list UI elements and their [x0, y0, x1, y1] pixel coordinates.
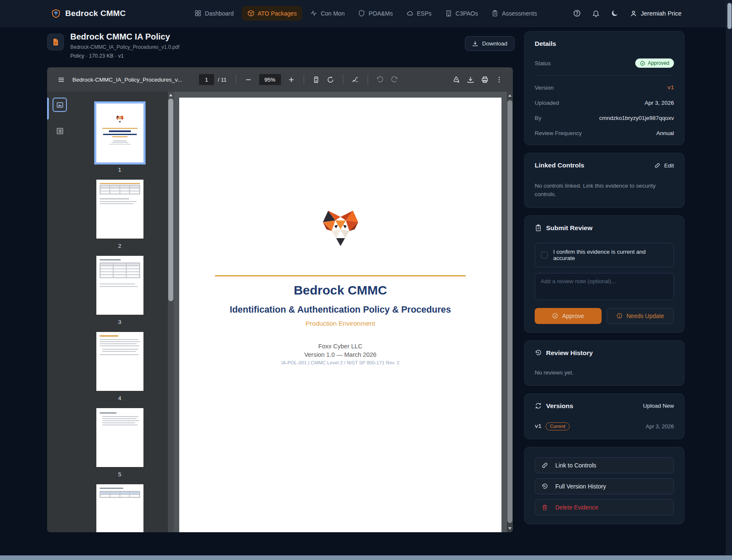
link-to-controls-button[interactable]: Link to Controls: [535, 457, 674, 473]
review-note-input[interactable]: [535, 273, 674, 300]
fox-logo: [318, 205, 363, 255]
page-header-text: Bedrock CMMC IA Policy Bedrock-CMMC_IA_P…: [70, 32, 179, 59]
versions-title: Versions: [546, 402, 573, 410]
page-vertical-scrollbar[interactable]: [726, 0, 732, 555]
download-file-icon[interactable]: [463, 72, 477, 87]
full-version-history-button[interactable]: Full Version History: [535, 478, 674, 494]
version-row[interactable]: v1 Current Apr 3, 2026: [535, 422, 674, 430]
approve-button[interactable]: Approve: [535, 308, 602, 324]
review-history-card: Review History No reviews yet.: [524, 340, 684, 386]
toolbar-divider: [304, 74, 304, 85]
brand[interactable]: Bedrock CMMC: [51, 8, 126, 19]
nav-item-dashboard[interactable]: Dashboard: [189, 6, 239, 21]
page-thumbnail-1[interactable]: 1: [96, 104, 143, 173]
thumbnail-page-number: 1: [118, 167, 122, 173]
needs-update-label: Needs Update: [626, 313, 664, 319]
download-label: Download: [482, 40, 507, 47]
bell-icon[interactable]: [592, 9, 600, 17]
doc-company: Foxx Cyber LLC: [318, 343, 363, 350]
page-thumbnail-6[interactable]: [96, 484, 143, 532]
pdf-viewer: Bedrock-CMMC_IA_Policy_Procedures_v... 1…: [47, 67, 513, 532]
linked-controls-title: Linked Controls: [535, 162, 584, 169]
page-filename: Bedrock-CMMC_IA_Policy_Procedures_v1.0.p…: [70, 44, 179, 50]
page-thumbnail-3[interactable]: 3: [96, 256, 143, 325]
zoom-in-icon[interactable]: [284, 72, 299, 87]
edit-linked-controls-button[interactable]: Edit: [654, 162, 674, 169]
nav-item-assessments[interactable]: Assessments: [486, 6, 542, 21]
action-label: Full Version History: [555, 483, 606, 490]
needs-update-button[interactable]: Needs Update: [607, 308, 674, 324]
fit-page-icon[interactable]: [309, 72, 324, 87]
nav-item-ato-packages[interactable]: ATO Packages: [242, 6, 302, 21]
pdf-toolbar-title: Bedrock-CMMC_IA_Policy_Procedures_v...: [72, 77, 182, 83]
confirm-row[interactable]: I confirm this evidence is current and a…: [535, 243, 674, 267]
toolbar-divider: [368, 74, 368, 85]
document-scrollbar[interactable]: [507, 92, 513, 532]
nav-item-esps[interactable]: ESPs: [401, 6, 437, 21]
nav-item-con-mon[interactable]: Con Mon: [305, 6, 350, 21]
link-icon: [541, 462, 548, 469]
page-thumbnail-2[interactable]: 2: [96, 180, 143, 249]
annotate-pen-icon[interactable]: [348, 72, 363, 87]
clipboard-check-icon: [535, 224, 542, 231]
page-thumbnail-5[interactable]: 5: [96, 408, 143, 478]
confirm-checkbox[interactable]: [541, 252, 548, 258]
current-badge: Current: [546, 422, 570, 430]
nav-right: Jeremiah Price: [573, 9, 682, 17]
linked-controls-empty-text: No controls linked. Link this evidence t…: [535, 182, 674, 199]
zoom-out-icon[interactable]: [241, 72, 256, 87]
upload-new-button[interactable]: Upload New: [643, 403, 674, 409]
thumbnail-page-number: 5: [118, 471, 122, 478]
page-number-input[interactable]: 1: [199, 74, 214, 85]
rotate-icon[interactable]: [324, 72, 338, 87]
dark-mode-moon-icon[interactable]: [611, 9, 619, 17]
doc-title: Bedrock CMMC: [294, 283, 387, 297]
linked-controls-card: Linked Controls Edit No controls linked.…: [524, 153, 684, 208]
version-name: v1: [535, 423, 541, 430]
doc-environment: Production Environment: [305, 320, 375, 327]
redo-icon[interactable]: [387, 72, 402, 87]
rail-active-indicator: [47, 98, 49, 119]
undo-icon[interactable]: [373, 72, 387, 87]
detail-value-by: cmndzko1bryzy01je987qqoxv: [599, 115, 674, 121]
right-panel: Details Status Approved Version v1 Uploa…: [524, 31, 684, 524]
outline-view-icon[interactable]: [53, 124, 67, 138]
building-icon: [445, 10, 452, 17]
download-icon: [472, 40, 478, 47]
zoom-level: 95%: [259, 74, 281, 85]
app-root: Bedrock CMMC Dashboard ATO Packages Con …: [0, 0, 732, 560]
user-menu[interactable]: Jeremiah Price: [630, 10, 682, 17]
versions-cycle-icon: [535, 402, 542, 409]
versions-card: Versions Upload New v1 Current Apr 3, 20…: [524, 393, 684, 439]
review-history-title: Review History: [546, 349, 593, 357]
page-horizontal-scrollbar[interactable]: [0, 555, 732, 560]
pdf-body: 1: [47, 92, 513, 532]
menu-icon[interactable]: [54, 72, 68, 87]
confirm-label: I confirm this evidence is current and a…: [553, 249, 668, 261]
add-watermark-icon[interactable]: [449, 72, 463, 87]
divider: [535, 75, 674, 76]
status-label: Status: [535, 60, 551, 66]
shield-icon: [358, 10, 365, 17]
nav-items: Dashboard ATO Packages Con Mon POA&Ms ES…: [189, 6, 542, 21]
delete-evidence-button[interactable]: Delete Evidence: [535, 499, 674, 515]
nav-item-c3paos[interactable]: C3PAOs: [440, 6, 483, 21]
edit-label: Edit: [664, 162, 674, 169]
thumbnails-view-icon[interactable]: [53, 98, 67, 112]
detail-label: Version: [535, 85, 554, 91]
detail-value-version: v1: [667, 85, 674, 91]
cloud-icon: [406, 10, 414, 17]
toolbar-divider: [343, 74, 343, 85]
download-button[interactable]: Download: [465, 36, 515, 51]
more-options-icon[interactable]: [492, 72, 506, 87]
nav-item-poams[interactable]: POA&Ms: [353, 6, 398, 21]
package-icon: [247, 10, 255, 17]
help-icon[interactable]: [573, 9, 581, 17]
page-thumbnail-4[interactable]: 4: [96, 332, 143, 401]
nav-label: Con Mon: [321, 10, 345, 17]
page-header: Bedrock CMMC IA Policy Bedrock-CMMC_IA_P…: [47, 32, 179, 59]
quick-actions-card: Link to Controls Full Version History De…: [524, 447, 684, 524]
thumbnail-scrollbar[interactable]: [168, 92, 174, 532]
print-icon[interactable]: [477, 72, 492, 87]
document-icon: [51, 38, 60, 46]
